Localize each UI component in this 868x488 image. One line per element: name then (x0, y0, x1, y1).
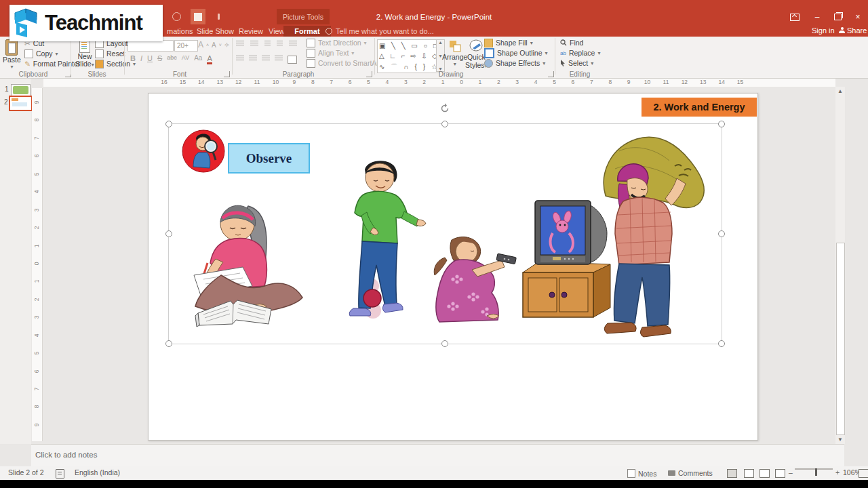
zoom-in-button[interactable]: + (835, 468, 840, 476)
find-button[interactable]: Find (560, 38, 583, 47)
scroll-up-icon[interactable]: ▲ (836, 88, 844, 94)
shapes-gallery[interactable]: ▣╲╲▭○□ △∟⌐⇨⇩◇ ∿⌒∩{}☆ (377, 39, 439, 73)
tab-format[interactable]: Format (283, 26, 331, 37)
align-right-icon[interactable] (262, 56, 270, 62)
text-direction-button[interactable]: Text Direction▾ (307, 38, 367, 47)
notes-pane[interactable]: Click to add notes (31, 444, 844, 467)
change-case-button[interactable]: Aa (194, 54, 202, 64)
zoom-slider-track[interactable] (795, 468, 833, 470)
resize-handle-bottom-left[interactable] (165, 340, 172, 347)
decrease-indent-icon[interactable] (264, 41, 271, 47)
shape-glyph[interactable]: ⇩ (421, 52, 427, 60)
resize-handle-bottom-center[interactable] (441, 340, 448, 347)
replace-button[interactable]: abReplace▾ (560, 48, 600, 58)
resize-handle-middle-right[interactable] (718, 230, 725, 237)
ribbon-display-options-button[interactable] (786, 11, 804, 23)
bullets-icon[interactable] (236, 41, 244, 47)
proofing-button[interactable] (56, 469, 64, 480)
shape-effects-button[interactable]: Shape Effects▾ (484, 58, 545, 68)
copy-button[interactable]: Copy▾ (24, 49, 58, 58)
quick-access-button[interactable] (191, 9, 205, 25)
increase-indent-icon[interactable] (277, 41, 283, 47)
slide-1-thumbnail[interactable] (11, 84, 31, 96)
resize-handle-top-left[interactable] (165, 121, 172, 127)
sign-in-link[interactable]: Sign in (812, 26, 835, 36)
shape-glyph[interactable]: ⌐ (401, 52, 406, 60)
shape-glyph[interactable]: } (423, 62, 425, 71)
shape-glyph[interactable]: ▭ (411, 41, 417, 50)
resize-handle-top-center[interactable] (441, 121, 448, 127)
language-status[interactable]: English (India) (75, 468, 120, 476)
share-button[interactable]: Share (839, 26, 867, 36)
strikethrough-button[interactable]: S (157, 54, 162, 64)
drawing-dialog-launcher[interactable] (548, 71, 554, 77)
scroll-down-icon[interactable]: ▼ (836, 436, 844, 443)
align-text-button[interactable]: Align Text▾ (307, 48, 354, 58)
minimize-button[interactable]: – (808, 11, 826, 23)
slide-title-box[interactable]: 2. Work and Energy (642, 98, 757, 117)
paste-button[interactable]: Paste ▾ (3, 39, 21, 70)
resize-handle-bottom-right[interactable] (718, 340, 725, 347)
shape-glyph[interactable]: ∿ (379, 62, 384, 71)
arrange-button[interactable]: Arrange ▾ (442, 39, 467, 67)
align-left-icon[interactable] (236, 56, 244, 62)
slide-2-thumbnail-selected[interactable] (9, 96, 33, 111)
shape-glyph[interactable]: ○ (423, 41, 427, 50)
paragraph-dialog-launcher[interactable] (366, 71, 372, 77)
zoom-out-button[interactable]: – (789, 468, 793, 476)
shrink-font-button[interactable]: A˅ (212, 40, 222, 49)
numbering-icon[interactable] (250, 41, 258, 47)
notes-toggle[interactable]: Notes (627, 469, 656, 478)
restore-button[interactable] (829, 11, 846, 23)
reset-button[interactable]: Reset (95, 49, 125, 58)
clear-formatting-button[interactable]: ✧ (224, 40, 230, 49)
font-color-button[interactable]: A (207, 54, 212, 64)
tab-review[interactable]: Review (235, 26, 267, 37)
tab-slide-show[interactable]: Slide Show (193, 26, 238, 37)
normal-view-button[interactable] (727, 469, 737, 478)
select-button[interactable]: Select▾ (560, 58, 593, 68)
resize-handle-middle-left[interactable] (165, 230, 172, 237)
shape-fill-button[interactable]: Shape Fill▾ (484, 38, 533, 47)
underline-button[interactable]: U (147, 54, 153, 64)
shape-glyph[interactable]: ⇨ (410, 52, 416, 60)
bold-button[interactable]: B (130, 54, 136, 64)
shape-glyph[interactable]: ⌒ (391, 62, 397, 71)
font-size-combobox[interactable]: 20+ (174, 40, 198, 52)
line-spacing-icon[interactable] (289, 41, 297, 47)
clear-strike-button[interactable]: abc (167, 54, 177, 64)
comments-toggle[interactable]: Comments (668, 469, 713, 477)
shape-glyph[interactable]: △ (379, 52, 384, 60)
grow-font-button[interactable]: A˄ (198, 40, 209, 49)
shape-glyph[interactable]: ╲ (401, 41, 406, 50)
align-center-icon[interactable] (249, 56, 257, 62)
redo-icon[interactable] (172, 12, 181, 21)
zoom-slider-thumb[interactable] (815, 468, 817, 476)
rotate-handle[interactable] (439, 103, 450, 114)
format-painter-button[interactable]: ✎Format Painter (24, 59, 80, 68)
italic-button[interactable]: I (140, 54, 142, 64)
justify-icon[interactable] (275, 56, 283, 62)
slideshow-view-button[interactable] (775, 469, 785, 478)
character-spacing-button[interactable]: AV (182, 54, 189, 64)
shape-glyph[interactable]: { (414, 62, 416, 71)
scrollbar-thumb[interactable] (836, 243, 845, 435)
font-name-combobox[interactable] (127, 40, 174, 52)
new-slide-button[interactable]: New Slide▾ (73, 39, 96, 68)
shape-outline-button[interactable]: Shape Outline▾ (484, 48, 548, 58)
resize-handle-top-right[interactable] (718, 121, 725, 127)
tab-animations[interactable]: mations (163, 26, 197, 37)
columns-icon[interactable] (288, 56, 297, 64)
shape-glyph[interactable]: ∟ (389, 52, 396, 60)
fit-to-window-button[interactable] (859, 469, 868, 478)
shape-glyph[interactable]: ∩ (403, 62, 408, 71)
shape-glyph[interactable]: ▣ (379, 41, 385, 50)
observe-label-box[interactable]: Observe (228, 143, 310, 174)
close-button[interactable]: × (849, 11, 867, 23)
tell-me-box[interactable]: Tell me what you want to do... (326, 26, 434, 37)
reading-view-button[interactable] (760, 469, 770, 478)
slide-sorter-view-button[interactable] (744, 469, 754, 478)
ruler-number: 1 (439, 79, 447, 85)
shape-glyph[interactable]: ╲ (391, 41, 395, 50)
font-dialog-launcher[interactable] (224, 71, 230, 77)
